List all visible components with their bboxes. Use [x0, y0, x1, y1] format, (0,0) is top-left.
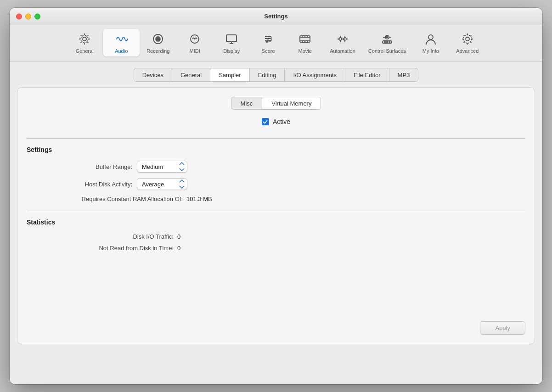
subtab-file-editor[interactable]: File Editor [345, 68, 389, 82]
toolbar-item-display[interactable]: Display [213, 29, 250, 56]
toolbar-item-audio[interactable]: Audio [103, 29, 140, 56]
subtabs: Devices General Sampler Editing I/O Assi… [10, 62, 542, 87]
toolbar-item-automation[interactable]: Automation [323, 29, 362, 56]
ram-allocation-label: Requires Constant RAM Allocation Of: [27, 196, 183, 202]
subtab-io-assignments[interactable]: I/O Assignments [284, 68, 345, 82]
svg-point-1 [81, 35, 88, 43]
toolbar-label-movie: Movie [299, 48, 312, 54]
svg-point-16 [389, 41, 390, 42]
gear-icon [77, 32, 92, 46]
host-disk-activity-row: Host Disk Activity: Low Average High [27, 178, 525, 190]
toolbar-label-automation: Automation [330, 48, 355, 54]
maximize-button[interactable] [34, 13, 40, 19]
host-disk-activity-select-wrapper: Low Average High [137, 178, 187, 190]
disk-io-traffic-value: 0 [177, 233, 180, 240]
statistics-section-title: Statistics [27, 218, 525, 226]
buffer-range-select[interactable]: Small Medium Large [137, 161, 187, 173]
settings-section-title: Settings [27, 146, 525, 153]
svg-point-17 [428, 35, 433, 39]
sub-subtabs: Misc Virtual Memory [27, 97, 525, 110]
toolbar-label-control-surfaces: Control Surfaces [368, 48, 406, 54]
toolbar-item-movie[interactable]: Movie [287, 29, 323, 56]
host-disk-activity-label: Host Disk Activity: [27, 181, 132, 188]
buffer-range-row: Buffer Range: Small Medium Large [27, 161, 525, 173]
advanced-icon [460, 32, 475, 46]
toolbar-label-display: Display [223, 48, 240, 54]
toolbar-label-general: General [76, 48, 94, 54]
active-checkbox-container[interactable]: Active [262, 118, 290, 125]
display-icon [224, 32, 239, 46]
active-checkbox[interactable] [262, 118, 269, 125]
disk-io-traffic-row: Disk I/O Traffic: 0 [27, 233, 525, 240]
sub-subtab-misc[interactable]: Misc [231, 97, 262, 110]
movie-icon [298, 32, 312, 46]
inner-panel: Misc Virtual Memory Active [17, 87, 535, 344]
subtab-general[interactable]: General [172, 68, 210, 82]
not-read-from-disk-label: Not Read from Disk in Time: [27, 245, 174, 252]
score-icon [261, 32, 276, 46]
subtab-editing[interactable]: Editing [249, 68, 285, 82]
subtab-devices[interactable]: Devices [134, 68, 172, 82]
toolbar-label-audio: Audio [115, 48, 128, 54]
svg-point-14 [384, 41, 385, 42]
control-surfaces-icon [380, 32, 394, 46]
svg-point-0 [83, 37, 86, 41]
toolbar-label-my-info: My Info [422, 48, 439, 54]
toolbar-label-advanced: Advanced [456, 48, 479, 54]
toolbar-item-my-info[interactable]: My Info [412, 29, 449, 56]
buffer-range-select-wrapper: Small Medium Large [137, 161, 187, 173]
not-read-from-disk-value: 0 [177, 245, 180, 252]
host-disk-activity-select[interactable]: Low Average High [137, 178, 187, 190]
traffic-lights [16, 13, 40, 19]
toolbar-item-midi[interactable]: MIDI [176, 29, 213, 56]
my-info-icon [423, 32, 438, 46]
ram-allocation-row: Requires Constant RAM Allocation Of: 101… [27, 196, 525, 202]
apply-button[interactable]: Apply [480, 321, 525, 335]
active-checkbox-label: Active [273, 118, 290, 125]
toolbar: General Audio Recording [10, 25, 542, 62]
midi-icon [187, 32, 202, 46]
audio-icon [114, 32, 129, 46]
active-row: Active [27, 118, 525, 125]
not-read-from-disk-row: Not Read from Disk in Time: 0 [27, 245, 525, 252]
toolbar-item-control-surfaces[interactable]: Control Surfaces [362, 29, 412, 56]
sub-subtab-virtual-memory[interactable]: Virtual Memory [262, 97, 321, 110]
toolbar-label-midi: MIDI [190, 48, 200, 54]
disk-io-traffic-label: Disk I/O Traffic: [27, 233, 174, 240]
toolbar-item-score[interactable]: Score [250, 29, 287, 56]
subtab-mp3[interactable]: MP3 [389, 68, 419, 82]
svg-point-3 [156, 37, 160, 41]
settings-window: Settings General Audio [10, 8, 542, 384]
toolbar-item-recording[interactable]: Recording [140, 29, 176, 56]
toolbar-label-score: Score [262, 48, 275, 54]
svg-point-19 [463, 35, 472, 43]
svg-rect-5 [226, 35, 237, 42]
toolbar-item-general[interactable]: General [66, 29, 103, 56]
svg-point-15 [387, 41, 388, 42]
content-area: Misc Virtual Memory Active [10, 87, 542, 384]
toolbar-label-recording: Recording [146, 48, 169, 54]
svg-point-12 [386, 37, 388, 38]
button-row: Apply [27, 312, 525, 335]
automation-icon [335, 32, 350, 46]
svg-point-18 [466, 37, 469, 41]
subtab-sampler[interactable]: Sampler [210, 68, 249, 82]
titlebar: Settings [10, 8, 542, 25]
ram-allocation-value: 101.3 MB [186, 196, 212, 202]
recording-icon [151, 32, 165, 46]
toolbar-item-advanced[interactable]: Advanced [449, 29, 486, 56]
minimize-button[interactable] [25, 13, 31, 19]
buffer-range-label: Buffer Range: [27, 163, 132, 170]
settings-divider [27, 138, 525, 139]
statistics-divider [27, 211, 525, 211]
close-button[interactable] [16, 13, 22, 19]
window-title: Settings [264, 13, 287, 20]
